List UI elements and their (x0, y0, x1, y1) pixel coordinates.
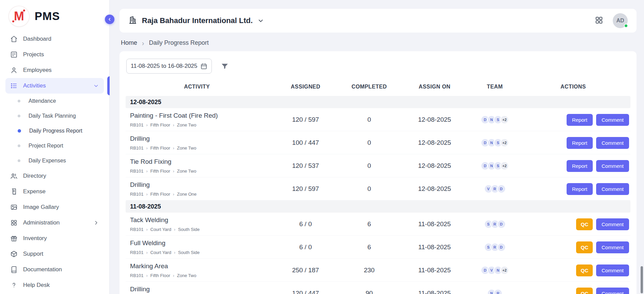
sidebar-item-administration[interactable]: Administration (5, 215, 104, 231)
table-row[interactable]: Marking Area RB101›Fifth Floor›Zone Two … (126, 259, 630, 282)
chevron-right-icon: › (173, 192, 174, 197)
gift-icon (10, 235, 18, 242)
comment-button[interactable]: Comment (596, 137, 629, 149)
scrollbar-thumb[interactable] (641, 266, 643, 293)
sidebar-item-inventory[interactable]: Inventory (5, 231, 104, 246)
breadcrumb-home[interactable]: Home (121, 39, 137, 46)
completed-cell: 0 (343, 139, 395, 146)
path-segment: RB101 (130, 122, 144, 128)
assign-on-cell: 12-08-2025 (395, 162, 474, 170)
table-row[interactable]: Drilling RB101›Fifth Floor›Zone Two 120 … (126, 282, 630, 294)
team-avatars: SRD (474, 243, 516, 252)
path-segment: Zone Two (177, 122, 196, 128)
assign-on-cell: 12-08-2025 (395, 139, 474, 146)
sidebar-item-label: Support (23, 251, 43, 257)
sidebar-subitem-daily-expenses[interactable]: Daily Expenses (5, 153, 104, 168)
app-logo: M PMS (0, 0, 109, 28)
qc-button[interactable]: QC (576, 218, 593, 230)
comment-button[interactable]: Comment (596, 114, 629, 126)
sidebar-item-directory[interactable]: Directory (5, 168, 104, 184)
assigned-cell: 100 / 447 (268, 139, 343, 146)
assigned-cell: 6 / 0 (268, 243, 343, 251)
activity-cell: Drilling RB101›Fifth Floor›Zone Two (126, 286, 268, 294)
filter-button[interactable] (221, 62, 229, 70)
sidebar-subitem-daily-progress-report[interactable]: Daily Progress Report (5, 123, 104, 138)
date-group-header: 12-08-2025 (126, 96, 630, 108)
table-row[interactable]: Full Welding RB101›Court Yard›South Side… (126, 236, 630, 259)
path-segment: RB101 (130, 227, 144, 232)
sidebar-item-image-gallery[interactable]: Image Gallary (5, 199, 104, 215)
sidebar-item-activities[interactable]: Activities (5, 78, 104, 94)
team-overflow-chip: +2 (500, 115, 509, 124)
activity-location-path: RB101›Court Yard›South Side (130, 227, 268, 232)
assign-on-cell: 11-08-2025 (395, 243, 474, 251)
report-button[interactable]: Report (567, 114, 593, 126)
comment-button[interactable]: Comment (596, 288, 629, 294)
sidebar-item-label: Administration (23, 219, 60, 226)
comment-button[interactable]: Comment (596, 218, 629, 230)
chevron-right-icon: › (146, 273, 148, 278)
sidebar-item-label: Projects (23, 51, 44, 58)
sidebar-item-help-desk[interactable]: Help Desk (5, 277, 104, 293)
table-row[interactable]: Painting - First Coat (Fire Red) RB101›F… (126, 108, 630, 131)
sidebar-item-support[interactable]: Support (5, 246, 104, 262)
activity-cell: Full Welding RB101›Court Yard›South Side (126, 239, 268, 255)
company-selector[interactable]: Raja Bahadur International Ltd. (128, 16, 264, 26)
activity-name: Full Welding (130, 239, 268, 247)
table-row[interactable]: Tack Welding RB101›Court Yard›South Side… (126, 213, 630, 236)
image-icon (10, 203, 18, 211)
sidebar-collapse-button[interactable] (105, 15, 114, 24)
cube-icon (10, 250, 18, 258)
table-row[interactable]: Drilling RB101›Fifth Floor›Zone Two 100 … (126, 131, 630, 154)
report-button[interactable]: Report (567, 160, 593, 172)
chevron-right-icon: › (146, 192, 148, 197)
comment-button[interactable]: Comment (596, 183, 629, 195)
completed-cell: 0 (343, 162, 395, 170)
activity-cell: Tie Rod Fixing RB101›Fifth Floor›Zone Tw… (126, 158, 268, 174)
table-row[interactable]: Drilling RB101›Fifth Floor›Zone One 120 … (126, 177, 630, 200)
path-segment: RB101 (130, 192, 144, 197)
comment-button[interactable]: Comment (596, 241, 629, 253)
activity-cell: Painting - First Coat (Fire Red) RB101›F… (126, 112, 268, 128)
sidebar-item-projects[interactable]: Projects (5, 47, 104, 62)
comment-button[interactable]: Comment (596, 264, 629, 276)
column-header-team: TEAM (474, 84, 516, 90)
assigned-cell: 120 / 597 (268, 116, 343, 123)
people-icon (10, 172, 18, 180)
bullet-icon (18, 159, 20, 162)
sidebar-subitem-label: Daily Expenses (29, 158, 66, 164)
column-header-activity: ACTIVITY (126, 84, 268, 90)
sidebar-item-documentation[interactable]: Documentation (5, 262, 104, 277)
report-button[interactable]: Report (567, 183, 593, 195)
sidebar-subitem-attendance[interactable]: Attendance (5, 94, 104, 109)
path-segment: Fifth Floor (150, 192, 170, 197)
assign-on-cell: 11-08-2025 (395, 220, 474, 228)
sidebar-subitem-project-report[interactable]: Project Report (5, 138, 104, 153)
calendar-icon (200, 63, 207, 70)
activity-cell: Drilling RB101›Fifth Floor›Zone One (126, 181, 268, 197)
comment-button[interactable]: Comment (596, 160, 629, 172)
sidebar-item-employees[interactable]: Employees (5, 62, 104, 78)
row-actions: ReportComment (516, 183, 630, 195)
path-segment: South Side (178, 227, 200, 232)
path-segment: Zone Two (177, 273, 196, 278)
sidebar-item-expense[interactable]: Expense (5, 184, 104, 199)
assigned-cell: 120 / 537 (268, 162, 343, 170)
sidebar-item-dashboard[interactable]: Dashboard (5, 31, 104, 47)
chevron-right-icon: › (173, 273, 174, 278)
apps-grid-icon[interactable] (595, 16, 603, 26)
qc-button[interactable]: QC (576, 264, 593, 276)
assigned-cell: 120 / 597 (268, 185, 343, 193)
user-avatar[interactable]: AD (613, 13, 628, 28)
team-overflow-chip: +2 (500, 266, 509, 275)
report-button[interactable]: Report (567, 137, 593, 149)
chevron-right-icon: › (146, 123, 148, 128)
team-member-chip: D (497, 243, 506, 252)
date-range-input[interactable]: 11-08-2025 to 16-08-2025 (126, 59, 212, 74)
sidebar-subitem-daily-task-planning[interactable]: Daily Task Planning (5, 109, 104, 123)
qc-button[interactable]: QC (576, 288, 593, 294)
qc-button[interactable]: QC (576, 241, 593, 253)
column-header-assign-on: ASSIGN ON (395, 84, 474, 90)
online-status-dot (624, 24, 628, 28)
table-row[interactable]: Tie Rod Fixing RB101›Fifth Floor›Zone Tw… (126, 154, 630, 177)
